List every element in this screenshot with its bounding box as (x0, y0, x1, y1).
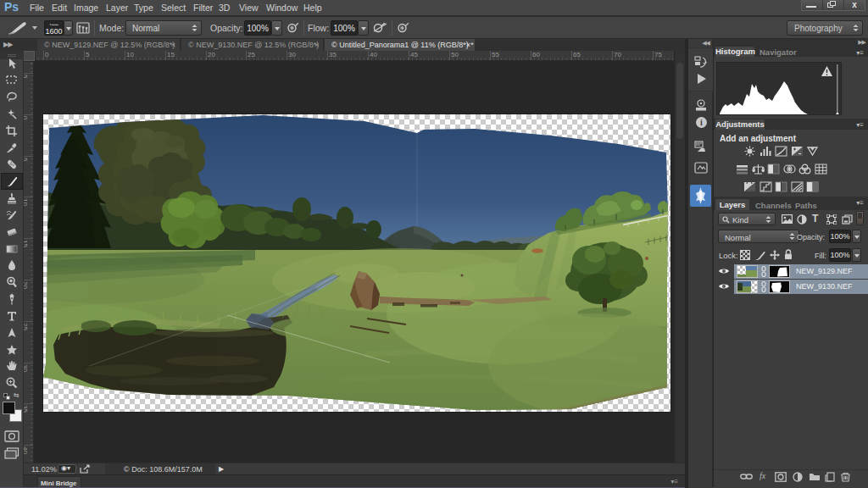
svg-text:i: i (700, 118, 703, 127)
